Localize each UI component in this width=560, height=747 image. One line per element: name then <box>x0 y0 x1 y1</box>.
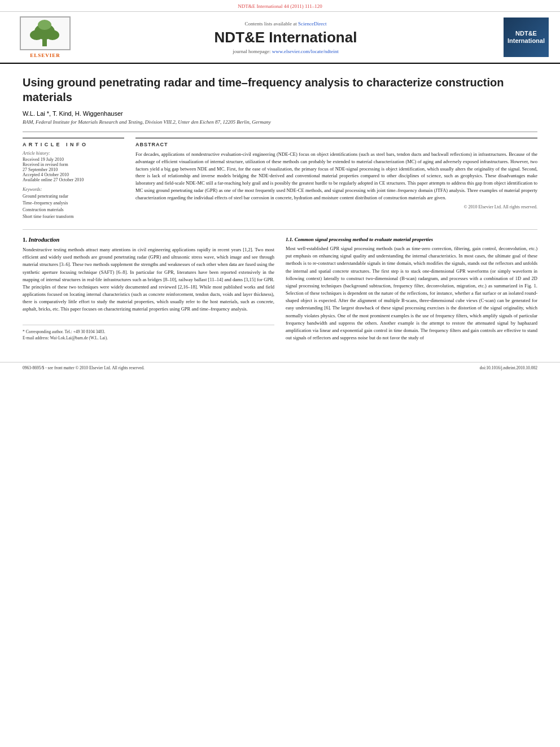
svg-point-4 <box>38 20 51 30</box>
keyword-1: Ground penetrating radar <box>23 193 124 200</box>
title-divider <box>23 132 537 132</box>
contents-text: Contents lists available at <box>245 21 297 27</box>
introduction-title: 1. Introduction <box>23 237 274 243</box>
keyword-4: Short time fourier transform <box>23 213 124 220</box>
article-title: Using ground penetrating radar and time–… <box>23 75 537 104</box>
abstract-header: ABSTRACT <box>135 142 537 147</box>
intro-title-text: Introduction <box>29 237 60 243</box>
copyright-line: © 2010 Elsevier Ltd. All rights reserved… <box>135 204 537 209</box>
subsection-1-1-title: 1.1. Common signal processing method to … <box>286 237 537 242</box>
article-content: Using ground penetrating radar and time–… <box>0 64 560 356</box>
elsevier-logo-image <box>20 16 71 50</box>
subsection-column: 1.1. Common signal processing method to … <box>286 237 537 345</box>
subsection-paragraph-1: Most well-established GPR signal process… <box>286 245 537 342</box>
footer-issn: 0963-8695/$ - see front matter © 2010 El… <box>23 365 145 370</box>
svg-point-2 <box>30 30 43 40</box>
elsevier-logo: ELSEVIER <box>11 16 79 58</box>
revised-label: Received in revised form <box>23 162 124 167</box>
affiliation-line: BAM, Federal Institute for Materials Res… <box>23 119 537 125</box>
journal-header: ELSEVIER Contents lists available at Sci… <box>0 12 560 64</box>
article-info-header: A R T I C L E I N F O <box>23 142 124 147</box>
abstract-column: ABSTRACT For decades, applications of no… <box>135 138 537 220</box>
ndte-logo-box: NDT&EInternational <box>504 18 549 57</box>
introduction-column: 1. Introduction Nondestructive testing m… <box>23 237 274 345</box>
footnote-section: * Corresponding author. Tel.: +49 30 810… <box>23 325 274 342</box>
journal-main-title: NDT&E International <box>79 29 492 46</box>
homepage-url-text: www.elsevier.com/locate/ndteint <box>272 49 339 54</box>
keywords-section: Keywords: Ground penetrating radar Time–… <box>23 187 124 220</box>
keyword-3: Construction materials <box>23 207 124 213</box>
elsevier-brand-text: ELSEVIER <box>30 53 60 58</box>
journal-homepage-link[interactable]: www.elsevier.com/locate/ndteint <box>272 49 339 54</box>
elsevier-logo-container: ELSEVIER <box>11 16 79 58</box>
body-section: 1. Introduction Nondestructive testing m… <box>23 229 537 345</box>
homepage-label: journal homepage: <box>233 49 270 54</box>
online-label: Available online 27 October 2010 <box>23 177 124 182</box>
history-label: Article history: <box>23 151 124 156</box>
authors-line: W.L. Lai *, T. Kind, H. Wiggenhauser <box>23 110 537 117</box>
article-info-box: A R T I C L E I N F O Article history: R… <box>23 138 124 220</box>
article-info-abstract-layout: A R T I C L E I N F O Article history: R… <box>23 138 537 220</box>
sciencedirect-link[interactable]: ScienceDirect <box>298 21 326 27</box>
footnote-email: E-mail address: Wai-Lok.Lai@bam.de (W.L.… <box>23 335 274 341</box>
intro-paragraph-1: Nondestructive testing methods attract m… <box>23 246 274 313</box>
elsevier-tree-svg <box>25 19 65 47</box>
keyword-2: Time–frequency analysis <box>23 200 124 207</box>
article-info-column: A R T I C L E I N F O Article history: R… <box>23 138 124 220</box>
svg-point-3 <box>46 30 59 40</box>
page-footer: 0963-8695/$ - see front matter © 2010 El… <box>0 362 560 373</box>
sciencedirect-link-text: ScienceDirect <box>298 21 326 27</box>
sciencedirect-line: Contents lists available at ScienceDirec… <box>79 21 492 27</box>
abstract-section: ABSTRACT For decades, applications of no… <box>135 138 537 209</box>
abstract-text: For decades, applications of nondestruct… <box>135 151 537 201</box>
journal-reference-bar: NDT&E International 44 (2011) 111–120 <box>0 0 560 12</box>
revised-date: 27 September 2010 <box>23 167 124 172</box>
journal-homepage-line: journal homepage: www.elsevier.com/locat… <box>79 49 492 54</box>
journal-title-area: Contents lists available at ScienceDirec… <box>79 21 492 54</box>
received-date: Received 19 July 2010 <box>23 157 124 162</box>
keywords-label: Keywords: <box>23 187 124 192</box>
subsection-1-1-body: Most well-established GPR signal process… <box>286 245 537 342</box>
ndte-logo-container: NDT&EInternational <box>492 18 549 57</box>
authors-text: W.L. Lai *, T. Kind, H. Wiggenhauser <box>23 110 123 117</box>
footer-doi: doi:10.1016/j.ndteint.2010.10.002 <box>480 365 537 370</box>
ndte-logo-text: NDT&EInternational <box>508 30 545 45</box>
journal-ref-text: NDT&E International 44 (2011) 111–120 <box>238 3 322 9</box>
accepted-label: Accepted 4 October 2010 <box>23 172 124 177</box>
introduction-body: Nondestructive testing methods attract m… <box>23 246 274 313</box>
article-history-group: Article history: Received 19 July 2010 R… <box>23 151 124 182</box>
footnote-corresponding: * Corresponding author. Tel.: +49 30 810… <box>23 329 274 335</box>
intro-number: 1. <box>23 237 27 243</box>
